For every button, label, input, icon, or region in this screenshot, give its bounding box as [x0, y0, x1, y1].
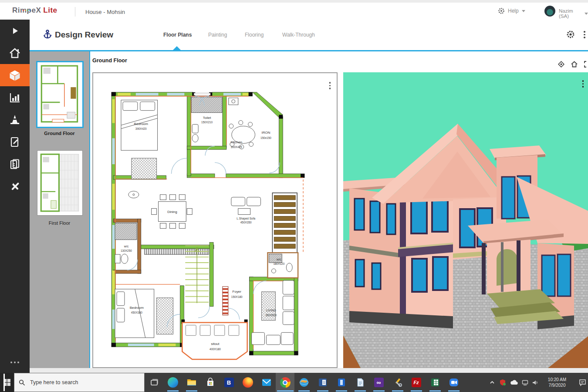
- kebab-menu-icon[interactable]: [584, 31, 585, 38]
- room-label: w/c: [124, 245, 129, 248]
- help-menu[interactable]: Help: [498, 7, 525, 14]
- bottom-strip: [30, 368, 588, 373]
- thumbnail-panel: Ground Floor First Floor: [30, 51, 90, 368]
- sidebar-item-play[interactable]: [0, 20, 30, 42]
- gear-icon[interactable]: [566, 30, 575, 39]
- sidebar-item-tools[interactable]: [0, 175, 30, 197]
- filezilla-icon: Fz: [412, 378, 421, 387]
- room-label: LIVING: [266, 309, 276, 312]
- room-dims: 390X420: [135, 127, 147, 130]
- app-logo[interactable]: RimpeXLite: [12, 6, 57, 15]
- room-dims: 150X210: [201, 121, 213, 124]
- search-icon: [19, 379, 25, 386]
- build-tools-icon: [392, 377, 403, 388]
- start-button[interactable]: [0, 373, 14, 392]
- fullscreen-icon[interactable]: [584, 61, 588, 68]
- sidebar-item-home[interactable]: [0, 42, 30, 64]
- store-button[interactable]: [201, 373, 220, 392]
- room-dims: 300X425: [231, 145, 242, 149]
- filezilla-button[interactable]: Fz: [407, 373, 426, 392]
- tab-flooring[interactable]: Flooring: [245, 32, 264, 38]
- media-app-button[interactable]: [332, 373, 351, 392]
- stairs-brown: [272, 193, 297, 253]
- toilet-floor: [191, 97, 222, 113]
- room-dims: 180X120: [273, 262, 284, 265]
- tools-icon: [9, 180, 21, 193]
- visual-studio-button[interactable]: ∞: [369, 373, 388, 392]
- active-tab-pointer: [173, 46, 181, 50]
- cloud-icon[interactable]: [510, 379, 518, 385]
- room-label: sitout: [211, 342, 220, 346]
- file-explorer-button[interactable]: [182, 373, 201, 392]
- wash-basin: [128, 191, 139, 198]
- room-label: IRON: [262, 131, 270, 135]
- search-input[interactable]: [29, 379, 140, 386]
- sidebar-item-notes[interactable]: [0, 131, 30, 153]
- room-dims: 130X250: [121, 249, 132, 252]
- clock-time: 10:20 AM: [545, 377, 569, 383]
- documents-icon: [9, 159, 20, 170]
- cube-3d-icon: [8, 69, 21, 82]
- sidebar-item-site-work[interactable]: [0, 108, 30, 131]
- mail-button[interactable]: [257, 373, 276, 392]
- thumbnail-ground-floor[interactable]: [36, 61, 84, 128]
- room-dims: 350X500: [265, 314, 277, 317]
- chrome-button[interactable]: [276, 373, 294, 392]
- help-label: Help: [508, 8, 519, 14]
- b-app-button[interactable]: B: [220, 373, 238, 392]
- shield-icon[interactable]: [499, 379, 506, 386]
- avatar[interactable]: [544, 6, 555, 17]
- firefox-button[interactable]: [238, 373, 257, 392]
- taskbar-clock[interactable]: 10:20 AM 7/9/2020: [545, 377, 569, 389]
- home-icon: [9, 47, 21, 59]
- thumbnail-first-floor[interactable]: [37, 150, 83, 216]
- tab-walk-through[interactable]: Walk-Through: [282, 32, 315, 38]
- document-title: House - Mohsin: [85, 9, 125, 15]
- bar-chart-icon: [9, 91, 21, 104]
- porch-arch: [497, 249, 517, 286]
- page-title: Design Review: [55, 30, 113, 40]
- edge-icon: [168, 377, 178, 388]
- app-header: Design Review Floor Plans Painting Floor…: [30, 20, 588, 51]
- rug-2: [157, 298, 173, 335]
- plan-title: Ground Floor: [92, 57, 127, 64]
- taskbar-search[interactable]: [14, 373, 145, 392]
- compass-icon[interactable]: [558, 61, 565, 68]
- build-tools-button[interactable]: [388, 373, 407, 392]
- edge-button[interactable]: [163, 373, 182, 392]
- volume-icon[interactable]: [532, 380, 539, 385]
- task-view-button[interactable]: [145, 373, 163, 392]
- network-icon[interactable]: [522, 380, 528, 385]
- chrome-icon: [280, 377, 291, 388]
- thumbnail-label[interactable]: First Floor: [30, 220, 89, 226]
- video-app-button[interactable]: [444, 373, 463, 392]
- kebab-menu-icon[interactable]: [329, 82, 331, 89]
- sidebar-item-3d-view[interactable]: [0, 64, 30, 86]
- floor-plan-canvas[interactable]: Bedroom 390X420 Toilet 150X210 Kitchen 3…: [93, 73, 337, 367]
- notes-app-button[interactable]: [351, 373, 369, 392]
- notes-app-icon: [355, 378, 365, 387]
- media-app-icon: [337, 378, 346, 387]
- globe-app-button[interactable]: [294, 373, 313, 392]
- kebab-menu-icon[interactable]: [582, 80, 584, 88]
- toilet-fixture: [192, 124, 198, 142]
- document-app-button[interactable]: [313, 373, 332, 392]
- user-menu[interactable]: Nazim (SA): [559, 8, 588, 19]
- home-icon[interactable]: [571, 61, 578, 68]
- view-toolbar: [558, 61, 588, 68]
- tab-painting[interactable]: Painting: [208, 32, 227, 38]
- chevron-up-icon[interactable]: [489, 379, 495, 385]
- settings-icon: [498, 7, 505, 14]
- sidebar-item-documents[interactable]: [0, 153, 30, 175]
- render-3d-panel: [343, 72, 588, 368]
- room-label: Toilet: [203, 116, 211, 120]
- spreadsheet-app-button[interactable]: [426, 373, 444, 392]
- tab-floor-plans[interactable]: Floor Plans: [163, 32, 192, 38]
- sidebar-item-reports[interactable]: [0, 86, 30, 108]
- sidebar-overflow[interactable]: [0, 362, 30, 363]
- globe-app-icon: [299, 377, 309, 388]
- render-3d-canvas[interactable]: [343, 72, 588, 368]
- action-center-button[interactable]: [579, 379, 586, 386]
- b-app-icon: B: [224, 378, 234, 387]
- thumbnail-label[interactable]: Ground Floor: [30, 131, 89, 136]
